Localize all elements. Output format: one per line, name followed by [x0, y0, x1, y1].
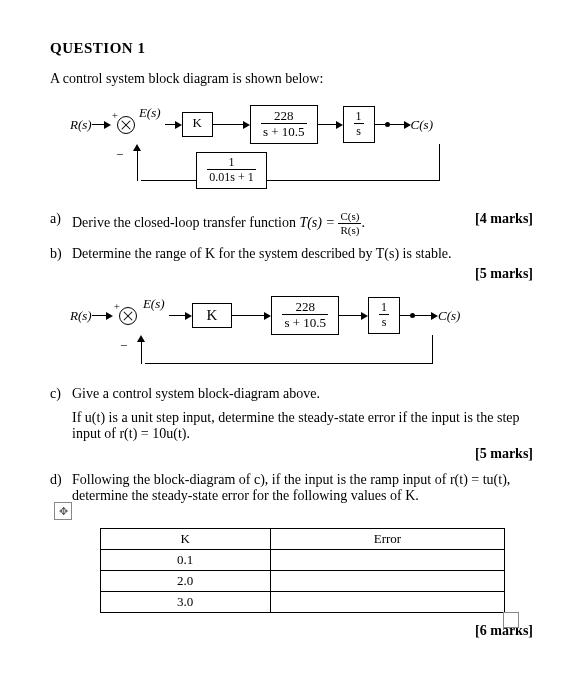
plant-block: 228s + 10.5	[250, 105, 318, 144]
col-error: Error	[270, 529, 505, 550]
part-a: a) Derive the closed-loop transfer funct…	[50, 211, 533, 236]
signal-C2: C(s)	[438, 308, 460, 324]
intro-text: A control system block diagram is shown …	[50, 71, 533, 87]
integrator-block-2: 1s	[368, 297, 400, 334]
marks-c: [5 marks]	[72, 446, 533, 462]
table-row: 3.0	[100, 592, 505, 613]
marks-b: [5 marks]	[72, 266, 533, 282]
block-diagram-1: R(s) + E(s) K 228s + 10.5 1s C(s) −	[70, 105, 533, 189]
question-title: QUESTION 1	[50, 40, 533, 57]
marks-d: [6 marks]	[72, 623, 533, 639]
sum-plus: +	[112, 109, 118, 121]
block-diagram-2: R(s) + E(s) K 228s + 10.5 1s C(s) −	[70, 296, 533, 364]
signal-E: E(s)	[139, 105, 161, 121]
signal-R2: R(s)	[70, 308, 92, 324]
col-K: K	[100, 529, 270, 550]
summing-junction-2	[119, 307, 137, 325]
move-icon[interactable]: ✥	[54, 502, 72, 520]
sum-minus: −	[116, 147, 123, 163]
part-d: d) Following the block-diagram of c), if…	[50, 472, 533, 639]
error-table: K Error 0.1 2.0 3.0	[100, 528, 506, 613]
marks-a: [4 marks]	[475, 211, 533, 227]
signal-C: C(s)	[411, 117, 433, 133]
checkbox-icon[interactable]	[503, 612, 519, 628]
table-row: 0.1	[100, 550, 505, 571]
summing-junction	[117, 116, 135, 134]
feedback-block: 10.01s + 1	[196, 152, 266, 189]
gain-K: K	[182, 112, 213, 136]
part-b: b) Determine the range of K for the syst…	[50, 246, 533, 282]
part-c: c) Give a control system block-diagram a…	[50, 386, 533, 462]
table-row: 2.0	[100, 571, 505, 592]
signal-E2: E(s)	[143, 296, 165, 312]
signal-R: R(s)	[70, 117, 92, 133]
integrator-block: 1s	[343, 106, 375, 143]
gain-K2: K	[192, 303, 233, 328]
plant-block-2: 228s + 10.5	[271, 296, 339, 335]
